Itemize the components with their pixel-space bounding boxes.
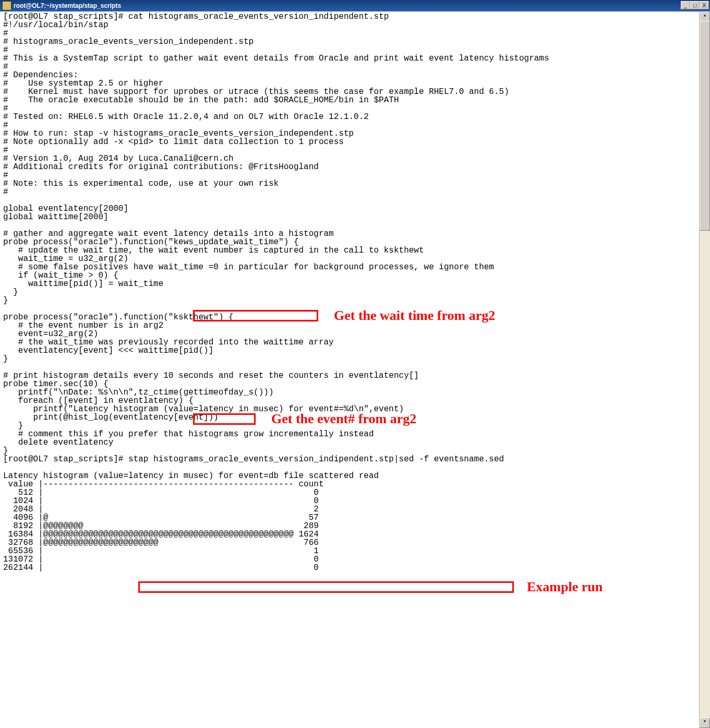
annotation-arg2-event: Get the event# from arg2 xyxy=(271,411,416,427)
cat-command: cat histograms_oracle_events_version_ind… xyxy=(128,12,389,21)
script-line: # Note: this is experimental code, use a… xyxy=(3,179,279,188)
scroll-down-button[interactable]: ▾ xyxy=(700,718,710,728)
annotation-example-run: Example run xyxy=(527,579,603,595)
putty-icon xyxy=(2,1,11,10)
scroll-thumb[interactable] xyxy=(700,21,710,231)
terminal-container: [root@OL7 stap_scripts]# cat histograms_… xyxy=(0,11,710,728)
shell-prompt: [root@OL7 stap_scripts]# xyxy=(3,455,128,464)
highlight-box-kskthewt xyxy=(193,413,256,425)
script-line: # The oracle executable should be in the… xyxy=(3,96,399,105)
script-line: # Note optionally add -x <pid> to limit … xyxy=(3,137,344,147)
script-line: # This is a SystemTap script to gather w… xyxy=(3,54,549,63)
script-line: #!/usr/local/bin/stap xyxy=(3,20,109,30)
script-line: # xyxy=(3,187,8,197)
histogram-body: 512 | 0 1024 | 0 2048 | 2 4096 |@ xyxy=(3,488,319,572)
script-line: delete eventlatency xyxy=(3,438,113,447)
script-line: # histograms_oracle_events_version_indep… xyxy=(3,37,254,46)
script-line: waittime[pid()] = wait_time xyxy=(3,279,163,289)
script-line: } xyxy=(3,296,8,305)
window-buttons: _ □ X xyxy=(681,1,709,9)
script-line: eventlatency[event] <<< waittime[pid()] xyxy=(3,346,213,355)
close-button[interactable]: X xyxy=(700,1,709,9)
terminal-output[interactable]: [root@OL7 stap_scripts]# cat histograms_… xyxy=(0,11,700,728)
minimize-button[interactable]: _ xyxy=(681,1,690,9)
stap-command: stap histograms_oracle_events_version_in… xyxy=(128,455,504,464)
maximize-button[interactable]: □ xyxy=(690,1,700,9)
scroll-up-button[interactable]: ▴ xyxy=(700,11,710,22)
vertical-scrollbar[interactable]: ▴ ▾ xyxy=(699,11,710,728)
highlight-box-stap-cmd xyxy=(138,581,514,593)
script-line: } xyxy=(3,354,8,364)
script-line: global waittime[2000] xyxy=(3,212,109,222)
window-title: root@OL7:~/systemtap/stap_scripts xyxy=(14,2,121,9)
annotation-arg2-waittime: Get the wait time from arg2 xyxy=(334,308,495,324)
script-line: print(@hist_log(eventlatency[event])) xyxy=(3,413,219,422)
window-titlebar[interactable]: root@OL7:~/systemtap/stap_scripts _ □ X xyxy=(0,0,710,11)
script-line: # Additional credits for original contri… xyxy=(3,162,319,172)
script-line: # Tested on: RHEL6.5 with Oracle 11.2.0,… xyxy=(3,112,369,122)
highlight-box-kews xyxy=(193,310,318,321)
